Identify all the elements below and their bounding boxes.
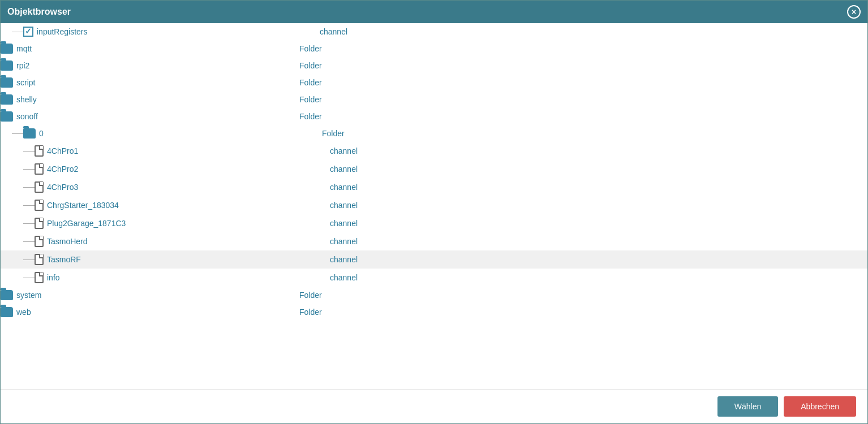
row-name: TasmoHerd [47, 237, 330, 246]
row-type: channel [330, 146, 867, 155]
file-icon [35, 145, 44, 157]
tree-row-mqtt[interactable]: mqttFolder [1, 40, 867, 57]
file-icon [35, 254, 44, 265]
row-type: Folder [299, 291, 867, 300]
folder-icon [1, 307, 13, 317]
tree-row-0[interactable]: 0Folder [1, 125, 867, 142]
tree-row-TasmoHerd[interactable]: TasmoHerdchannel [1, 232, 867, 250]
file-icon [35, 272, 44, 283]
tree-row-4ChPro2[interactable]: 4ChPro2channel [1, 160, 867, 178]
row-type: channel [330, 165, 867, 174]
footer: Wählen Abbrechen [1, 389, 867, 423]
connector [12, 133, 23, 134]
row-name: info [47, 273, 330, 282]
close-button[interactable]: × [847, 5, 861, 19]
tree-row-inputRegisters[interactable]: inputRegisterschannel [1, 23, 867, 40]
connector [12, 32, 23, 32]
row-type: channel [320, 27, 867, 36]
row-type: Folder [299, 308, 867, 317]
row-type: channel [330, 237, 867, 246]
row-name: script [16, 78, 299, 87]
row-type: channel [330, 273, 867, 282]
row-name: shelly [16, 95, 299, 104]
tree-row-4ChPro3[interactable]: 4ChPro3channel [1, 178, 867, 196]
folder-icon [23, 128, 36, 139]
folder-icon [1, 77, 13, 88]
row-type: Folder [299, 112, 867, 121]
row-name: Plug2Garage_1871C3 [47, 219, 330, 228]
wahlen-button[interactable]: Wählen [717, 396, 778, 417]
tree-row-script[interactable]: scriptFolder [1, 74, 867, 91]
file-icon [35, 163, 44, 175]
row-type: Folder [299, 61, 867, 70]
connector [23, 169, 35, 170]
row-type: channel [330, 219, 867, 228]
connector [23, 259, 35, 260]
file-icon [35, 200, 44, 211]
folder-icon [1, 111, 13, 122]
tree-container: inputRegisterschannelmqttFolderrpi2Folde… [1, 23, 867, 389]
tree-row-4ChPro1[interactable]: 4ChPro1channel [1, 142, 867, 160]
tree-row-rpi2[interactable]: rpi2Folder [1, 57, 867, 74]
tree-row-TasmoRF[interactable]: TasmoRFchannel [1, 250, 867, 269]
file-icon [35, 236, 44, 247]
row-type: Folder [299, 78, 867, 87]
folder-icon [1, 290, 13, 300]
row-name: system [16, 291, 299, 300]
dialog: Objektbrowser × inputRegisterschannelmqt… [0, 0, 868, 424]
row-type: Folder [322, 129, 867, 138]
row-name: 4ChPro1 [47, 146, 330, 155]
row-type: channel [330, 255, 867, 264]
titlebar: Objektbrowser × [1, 1, 867, 23]
row-name: sonoff [16, 112, 299, 121]
checked-icon [23, 27, 33, 37]
row-type: Folder [299, 44, 867, 53]
tree-row-shelly[interactable]: shellyFolder [1, 91, 867, 108]
folder-icon [1, 44, 13, 54]
tree-row-Plug2Garage_1871C3[interactable]: Plug2Garage_1871C3channel [1, 214, 867, 232]
tree-row-ChrgStarter_183034[interactable]: ChrgStarter_183034channel [1, 196, 867, 214]
dialog-title: Objektbrowser [7, 7, 71, 17]
row-type: channel [330, 183, 867, 192]
row-name: TasmoRF [47, 255, 330, 264]
row-name: 4ChPro2 [47, 165, 330, 174]
tree-row-system[interactable]: systemFolder [1, 287, 867, 304]
connector [23, 187, 35, 188]
row-name: ChrgStarter_183034 [47, 201, 330, 210]
folder-icon [1, 94, 13, 105]
row-name: rpi2 [16, 61, 299, 70]
tree-row-web[interactable]: webFolder [1, 304, 867, 321]
file-icon [35, 218, 44, 229]
row-type: Folder [299, 95, 867, 104]
row-type: channel [330, 201, 867, 210]
abbrechen-button[interactable]: Abbrechen [784, 396, 856, 417]
connector [23, 241, 35, 242]
connector [23, 278, 35, 278]
row-name: inputRegisters [37, 27, 320, 36]
tree-row-sonoff[interactable]: sonoffFolder [1, 108, 867, 125]
row-name: web [16, 308, 299, 317]
row-name: 4ChPro3 [47, 183, 330, 192]
tree-row-info[interactable]: infochannel [1, 269, 867, 287]
connector [23, 151, 35, 152]
row-name: 0 [39, 129, 322, 138]
connector [23, 223, 35, 224]
connector [23, 205, 35, 206]
row-name: mqtt [16, 44, 299, 53]
folder-icon [1, 60, 13, 71]
file-icon [35, 181, 44, 193]
